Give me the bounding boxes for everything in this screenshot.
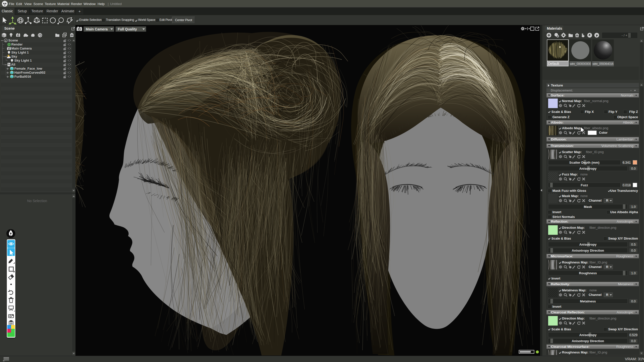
svg-text:Sky Light 1: Sky Light 1 — [14, 59, 32, 62]
svg-text:All: All — [11, 63, 15, 66]
svg-text:wire_000000000: wire_000000000 — [570, 62, 591, 66]
svg-text:Render: Render — [11, 42, 23, 46]
svg-text:Main Camera: Main Camera — [11, 47, 32, 50]
svg-text:Female_Face_low: Female_Face_low — [14, 67, 42, 70]
svg-text:wire_055064016: wire_055064016 — [592, 62, 614, 66]
svg-text:FurBall016: FurBall016 — [14, 75, 31, 78]
svg-text:Sky Light 1: Sky Light 1 — [11, 51, 29, 54]
svg-text:Default: Default — [548, 62, 559, 66]
svg-text:Scene: Scene — [8, 38, 18, 42]
svg-text:Sky: Sky — [11, 55, 17, 58]
svg-text:HairFromCurves002: HairFromCurves002 — [14, 71, 46, 74]
